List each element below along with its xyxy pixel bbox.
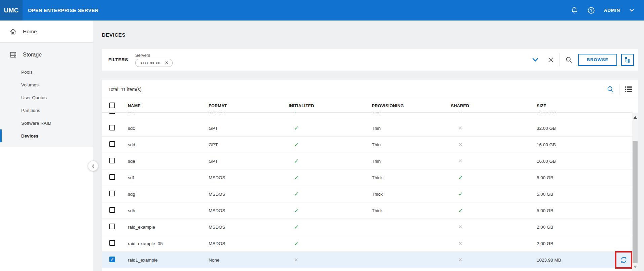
filters-divider (560, 53, 560, 66)
sidebar-home-label: Home (23, 29, 37, 35)
device-provisioning: Thin (372, 113, 451, 114)
list-view-icon[interactable] (624, 85, 633, 93)
table-row[interactable]: raid_example_05 MSDOS ✓ ✕ 2.00 GB (102, 235, 632, 252)
row-checkbox[interactable] (109, 207, 115, 213)
servers-filter-label: Servers (135, 53, 173, 58)
device-size: 2.00 GB (537, 225, 632, 230)
device-format: MSDOS (209, 175, 289, 180)
sidebar-item-user-quotas[interactable]: User Quotas (0, 91, 93, 104)
row-checkbox[interactable] (109, 224, 115, 229)
device-format: MSDOS (209, 113, 289, 114)
scrollbar-thumb[interactable] (633, 141, 638, 263)
filters-expand-chevron-down-icon[interactable] (531, 56, 539, 64)
select-all-checkbox[interactable] (109, 103, 115, 108)
table-toolbar: Total: 11 item(s) (102, 80, 638, 99)
row-checkbox[interactable] (109, 240, 115, 246)
svg-text:?: ? (590, 8, 592, 13)
sidebar-item-partitions[interactable]: Partitions (0, 104, 93, 117)
column-header-format[interactable]: FORMAT (209, 104, 289, 108)
shared-status-icon: ✕ (458, 113, 463, 115)
device-name: sdd (128, 142, 209, 147)
device-format: GPT (209, 142, 289, 147)
device-provisioning: Thick (372, 208, 451, 213)
table-row[interactable]: raid1_example None ✕ ✕ 1023.98 MB (102, 252, 632, 268)
device-size: 5.00 GB (537, 175, 632, 180)
device-size: 16.00 GB (537, 142, 632, 147)
sidebar-item-storage[interactable]: Storage (0, 46, 93, 64)
sidebar-item-home[interactable]: Home (0, 21, 93, 43)
table-row[interactable]: raid_example MSDOS ✓ ✕ 2.00 GB (102, 219, 632, 235)
table-row[interactable]: sdh MSDOS ✓ Thick ✓ 5.00 GB (102, 202, 632, 219)
vertical-scrollbar[interactable] (632, 113, 638, 271)
device-size: 32.00 GB (537, 126, 632, 131)
row-checkbox[interactable] (109, 141, 115, 147)
shared-status-icon: ✕ (458, 257, 463, 263)
column-header-provisioning[interactable]: PROVISIONING (372, 104, 451, 108)
table-row[interactable]: sdb MSDOS ✓ Thin ✕ 32.00 GB (102, 113, 632, 120)
notifications-bell-icon[interactable] (570, 6, 578, 14)
filters-search-icon[interactable] (565, 56, 573, 64)
filters-clear-icon[interactable] (547, 56, 554, 63)
row-checkbox[interactable] (109, 257, 115, 262)
column-header-shared[interactable]: SHARED (451, 104, 537, 108)
device-provisioning: Thin (372, 159, 451, 164)
filters-actions: BROWSE (531, 53, 638, 66)
initialized-status-icon: ✓ (294, 224, 299, 231)
table-row[interactable]: sdf MSDOS ✓ Thick ✓ 5.00 GB (102, 169, 632, 186)
row-checkbox[interactable] (109, 191, 115, 196)
initialized-status-icon: ✓ (294, 125, 299, 132)
table-row[interactable]: sdc GPT ✓ Thin ✕ 32.00 GB (102, 120, 632, 137)
column-header-name[interactable]: NAME (128, 104, 209, 108)
help-icon[interactable]: ? (587, 6, 595, 14)
server-filter-chip[interactable]: xxxx-xx-xx ✕ (135, 59, 173, 67)
filters-bar: FILTERS Servers xxxx-xx-xx ✕ BROWSE (102, 49, 638, 71)
sidebar-item-software-raid[interactable]: Software RAID (0, 117, 93, 129)
row-checkbox[interactable] (109, 125, 115, 130)
device-name: sdb (128, 113, 209, 114)
table-row[interactable]: sde GPT ✓ Thin ✕ 16.00 GB (102, 153, 632, 169)
shared-status-icon: ✓ (458, 174, 463, 181)
chip-remove-icon[interactable]: ✕ (165, 61, 169, 65)
scrollbar-up-arrow[interactable] (632, 114, 638, 121)
user-menu-chevron-down-icon[interactable] (629, 7, 635, 13)
initialized-status-icon: ✓ (294, 158, 299, 165)
device-format: GPT (209, 126, 289, 131)
table-header-row: NAME FORMAT INITIALIZED PROVISIONING SHA… (102, 99, 632, 113)
top-bar: UMC OPEN ENTERPRISE SERVER ? ADMIN (0, 0, 644, 21)
column-header-initialized[interactable]: INITIALIZED (289, 104, 372, 108)
row-checkbox[interactable] (109, 174, 115, 180)
table-row[interactable]: sdd GPT ✓ Thin ✕ 16.00 GB (102, 137, 632, 153)
column-header-size[interactable]: SIZE (537, 104, 632, 108)
username-label[interactable]: ADMIN (604, 8, 620, 13)
device-size: 2.00 GB (537, 241, 632, 246)
device-name: raid_example_05 (128, 241, 209, 246)
sidebar-item-pools[interactable]: Pools (0, 66, 93, 78)
shared-status-icon: ✕ (458, 224, 463, 230)
sidebar-item-devices[interactable]: Devices (0, 129, 93, 142)
table-row[interactable]: sdg MSDOS ✓ Thick ✓ 5.00 GB (102, 186, 632, 202)
tree-view-button[interactable] (621, 54, 634, 66)
scrollbar-down-arrow[interactable] (632, 264, 638, 270)
sidebar-collapse-button[interactable] (88, 161, 98, 171)
refresh-icon[interactable] (620, 256, 628, 264)
tree-hierarchy-icon (624, 56, 631, 63)
shared-status-icon: ✕ (458, 158, 463, 164)
browse-button[interactable]: BROWSE (578, 54, 617, 66)
devices-table-card: Total: 11 item(s) NAME FORMAT INI (102, 80, 638, 271)
device-name: sdc (128, 126, 209, 131)
device-provisioning: Thick (372, 175, 451, 180)
device-format: MSDOS (209, 208, 289, 213)
initialized-status-icon: ✓ (294, 141, 299, 148)
initialized-status-icon: ✓ (294, 174, 299, 181)
device-provisioning: Thin (372, 142, 451, 147)
device-name: sde (128, 159, 209, 164)
annotation-highlight-box (615, 251, 632, 269)
table-search-icon[interactable] (607, 85, 614, 93)
device-name: raid1_example (128, 258, 209, 263)
filters-label: FILTERS (108, 57, 128, 62)
sidebar-item-volumes[interactable]: Volumes (0, 78, 93, 91)
row-checkbox[interactable] (109, 158, 115, 163)
row-checkbox[interactable] (109, 113, 115, 114)
umc-logo[interactable]: UMC (0, 0, 23, 21)
main-content: DEVICES FILTERS Servers xxxx-xx-xx ✕ BRO… (93, 21, 644, 271)
